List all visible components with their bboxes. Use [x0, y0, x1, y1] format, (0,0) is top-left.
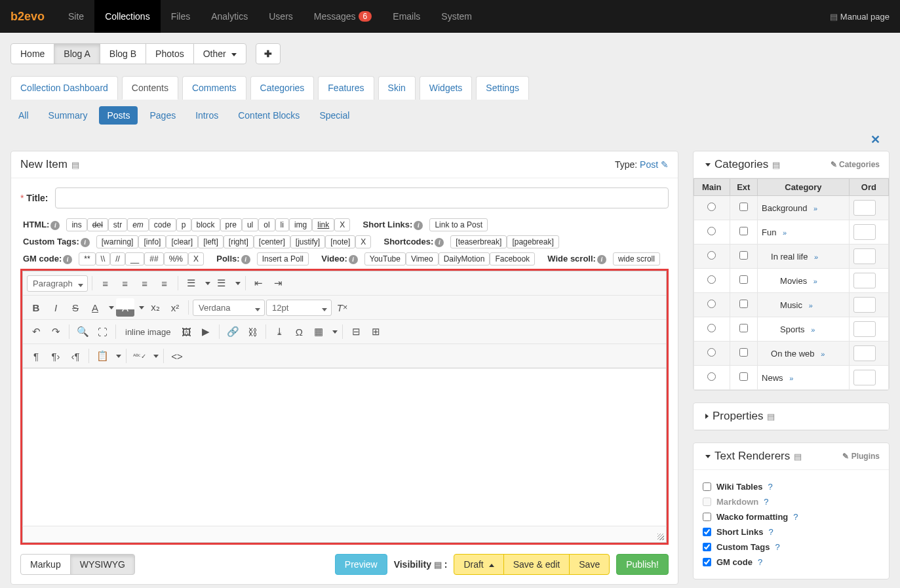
tab-widgets[interactable]: Widgets	[420, 76, 473, 100]
special-char-icon[interactable]: Ω	[290, 323, 308, 341]
arrow-icon[interactable]: »	[813, 205, 817, 212]
main-category-radio[interactable]	[707, 275, 716, 284]
tag-button[interactable]: //	[110, 252, 125, 265]
info-icon[interactable]: i	[50, 221, 60, 230]
tag-button[interactable]: [info]	[138, 235, 166, 248]
tab-dashboard[interactable]: Collection Dashboard	[10, 76, 118, 100]
numbered-list-menu-icon[interactable]	[232, 274, 241, 292]
pill-content-blocks[interactable]: Content Blocks	[230, 106, 307, 125]
order-input[interactable]	[853, 345, 876, 361]
expand-icon[interactable]	[705, 414, 709, 419]
pill-all[interactable]: All	[10, 106, 37, 125]
link-icon[interactable]: 🔗	[224, 323, 242, 341]
coll-photos[interactable]: Photos	[146, 43, 194, 64]
main-category-radio[interactable]	[707, 251, 716, 260]
tag-button[interactable]: YouTube	[364, 252, 406, 265]
tag-button[interactable]: str	[108, 218, 127, 231]
nav-system[interactable]: System	[431, 0, 482, 33]
category-name[interactable]: News	[762, 373, 783, 383]
undo-icon[interactable]: ↶	[27, 323, 45, 341]
table-icon[interactable]: ▦	[309, 323, 328, 341]
tag-button[interactable]: code	[149, 218, 176, 231]
align-right-icon[interactable]: ≡	[136, 274, 154, 292]
info-icon[interactable]: i	[414, 221, 423, 230]
nav-emails[interactable]: Emails	[382, 0, 431, 33]
tag-button[interactable]: Link to a Post	[429, 218, 488, 231]
readmore-icon[interactable]: ⊞	[366, 323, 385, 341]
brand-logo[interactable]: b2evo	[10, 10, 45, 24]
arrow-icon[interactable]: »	[811, 326, 815, 334]
ext-category-checkbox[interactable]	[739, 203, 748, 211]
book-icon[interactable]: ▤	[772, 160, 780, 170]
info-icon[interactable]: i	[63, 255, 72, 264]
tag-button[interactable]: [note]	[325, 235, 355, 248]
renderer-checkbox[interactable]	[703, 558, 711, 566]
italic-icon[interactable]: I	[47, 298, 65, 317]
category-name[interactable]: Background	[762, 203, 807, 213]
tag-button[interactable]: li	[275, 218, 289, 231]
info-icon[interactable]: i	[241, 255, 250, 264]
help-icon[interactable]: ?	[775, 542, 779, 552]
categories-edit-link[interactable]: ✎ Categories	[831, 160, 880, 169]
tag-button[interactable]: [clear]	[166, 235, 198, 248]
source-code-icon[interactable]: <>	[168, 347, 186, 365]
renderer-checkbox[interactable]	[703, 482, 711, 491]
tag-button[interactable]: [justify]	[290, 235, 325, 248]
tag-button[interactable]: del	[87, 218, 108, 231]
ext-category-checkbox[interactable]	[739, 348, 748, 357]
nav-users[interactable]: Users	[258, 0, 303, 33]
nav-files[interactable]: Files	[161, 0, 201, 33]
info-icon[interactable]: i	[597, 255, 606, 264]
category-name[interactable]: Movies	[762, 276, 807, 286]
strikethrough-icon[interactable]: S	[66, 298, 85, 317]
save-button[interactable]: Save	[569, 554, 610, 575]
arrow-icon[interactable]: »	[821, 350, 825, 358]
tag-button[interactable]: %%	[164, 252, 188, 265]
draft-button[interactable]: Draft	[454, 554, 503, 575]
close-icon[interactable]: ✕	[10, 132, 890, 147]
ext-category-checkbox[interactable]	[739, 251, 748, 260]
coll-blog-a[interactable]: Blog A	[54, 43, 100, 64]
align-justify-icon[interactable]: ≡	[155, 274, 174, 292]
tag-button[interactable]: \\	[96, 252, 111, 265]
nav-site[interactable]: Site	[58, 0, 94, 33]
tab-categories[interactable]: Categories	[250, 76, 315, 100]
inline-image-button[interactable]: inline image	[120, 324, 176, 340]
publish-button[interactable]: Publish!	[616, 554, 669, 575]
book-icon[interactable]: ▤	[794, 452, 802, 461]
textcolor-menu-icon[interactable]	[106, 298, 115, 317]
type-link[interactable]: Post ✎	[640, 159, 669, 170]
tag-button[interactable]: wide scroll	[613, 252, 660, 265]
nav-messages[interactable]: Messages 6	[303, 0, 383, 33]
renderer-checkbox[interactable]	[703, 513, 711, 521]
collapse-icon[interactable]	[705, 455, 711, 458]
arrow-icon[interactable]: »	[814, 253, 818, 261]
numbered-list-icon[interactable]: ☰	[212, 274, 231, 292]
title-input[interactable]	[55, 187, 669, 208]
category-name[interactable]: Fun	[762, 227, 776, 237]
tag-button[interactable]: ins	[66, 218, 87, 231]
tag-button[interactable]: [teaserbreak]	[450, 235, 507, 248]
help-icon[interactable]: ?	[758, 557, 762, 567]
nav-analytics[interactable]: Analytics	[201, 0, 258, 33]
tab-settings[interactable]: Settings	[476, 76, 529, 100]
tag-button[interactable]: X	[355, 235, 371, 248]
find-icon[interactable]: 🔍	[73, 323, 92, 341]
help-icon[interactable]: ?	[769, 527, 773, 537]
main-category-radio[interactable]	[707, 227, 716, 235]
info-icon[interactable]: i	[349, 255, 358, 264]
renderer-checkbox[interactable]	[703, 543, 711, 551]
spellcheck-icon[interactable]: ᴬᴮᶜ✓	[130, 347, 149, 365]
tab-features[interactable]: Features	[318, 76, 374, 100]
bold-icon[interactable]: B	[27, 298, 45, 317]
tag-button[interactable]: p	[176, 218, 191, 231]
category-name[interactable]: In real life	[762, 252, 808, 262]
category-name[interactable]: Sports	[762, 324, 805, 334]
coll-blog-b[interactable]: Blog B	[100, 43, 146, 64]
plugins-link[interactable]: ✎ Plugins	[842, 452, 880, 461]
align-center-icon[interactable]: ≡	[116, 274, 134, 292]
backcolor-menu-icon[interactable]	[136, 298, 145, 317]
table-menu-icon[interactable]	[329, 323, 338, 341]
anchor-icon[interactable]: ⤓	[270, 323, 288, 341]
ext-category-checkbox[interactable]	[739, 300, 748, 308]
